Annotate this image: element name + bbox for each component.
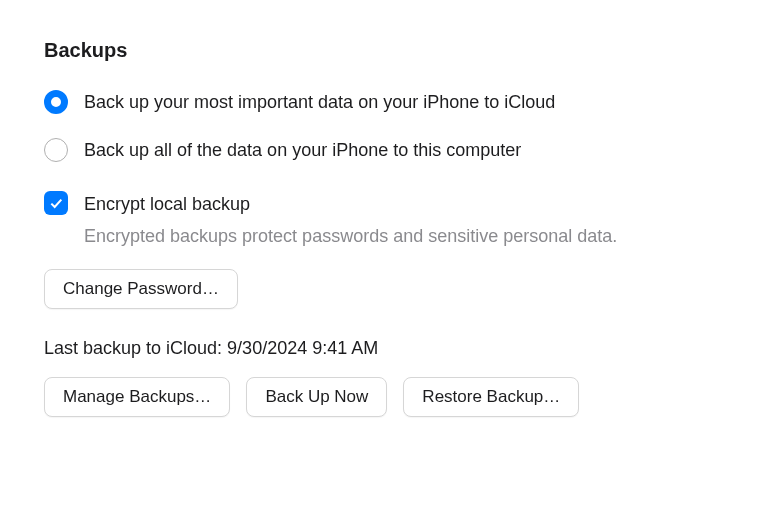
encrypt-local-backup-row: Encrypt local backup Encrypted backups p…: [44, 191, 720, 249]
radio-selected-icon: [44, 90, 68, 114]
radio-option-icloud[interactable]: Back up your most important data on your…: [44, 89, 720, 115]
change-password-button[interactable]: Change Password…: [44, 269, 238, 309]
section-title: Backups: [44, 36, 720, 65]
radio-label-local: Back up all of the data on your iPhone t…: [84, 137, 521, 163]
encrypt-checkbox[interactable]: [44, 191, 68, 215]
last-backup-status: Last backup to iCloud: 9/30/2024 9:41 AM: [44, 335, 720, 361]
manage-backups-button[interactable]: Manage Backups…: [44, 377, 230, 417]
radio-unselected-icon: [44, 138, 68, 162]
checkmark-icon: [48, 195, 64, 211]
radio-label-icloud: Back up your most important data on your…: [84, 89, 555, 115]
encrypt-description: Encrypted backups protect passwords and …: [84, 223, 617, 249]
back-up-now-button[interactable]: Back Up Now: [246, 377, 387, 417]
encrypt-text-block: Encrypt local backup Encrypted backups p…: [84, 191, 617, 249]
encrypt-label: Encrypt local backup: [84, 191, 617, 217]
backup-button-row: Manage Backups… Back Up Now Restore Back…: [44, 377, 720, 417]
restore-backup-button[interactable]: Restore Backup…: [403, 377, 579, 417]
radio-option-local[interactable]: Back up all of the data on your iPhone t…: [44, 137, 720, 163]
